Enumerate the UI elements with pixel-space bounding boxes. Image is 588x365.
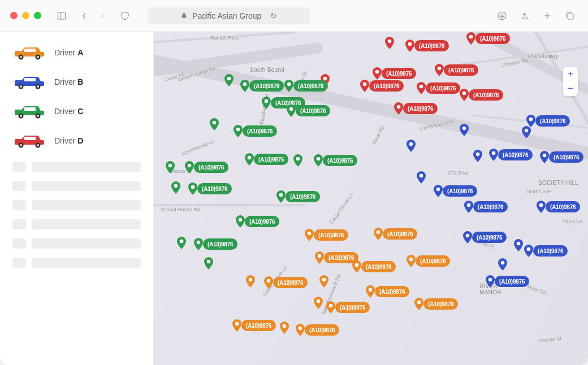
map-marker[interactable]: (A10)9876 xyxy=(394,102,438,115)
marker-label: (A10)9876 xyxy=(444,64,478,76)
zoom-in-button[interactable]: + xyxy=(563,67,578,81)
map-marker[interactable]: (A10)9876 xyxy=(488,149,533,161)
map-marker[interactable]: (A10)9876 xyxy=(513,239,524,251)
marker-label: (A10)9876 xyxy=(375,286,409,297)
svg-point-79 xyxy=(436,188,440,192)
driver-row-b[interactable]: Driver B xyxy=(12,73,141,90)
map-marker[interactable]: (A10)9876 xyxy=(433,185,477,197)
map-marker[interactable]: (A10)9876 xyxy=(360,80,404,92)
map-marker[interactable]: (A10)9876 xyxy=(405,40,449,52)
map-marker[interactable]: (A10)9876 xyxy=(286,105,330,117)
map-marker[interactable]: (A10)9876 xyxy=(224,74,234,86)
sidebar-toggle-icon[interactable] xyxy=(54,8,70,24)
shield-icon[interactable] xyxy=(117,8,133,24)
map-marker[interactable]: (A10)9876 xyxy=(165,161,175,173)
map-marker[interactable]: (A10)9876 xyxy=(313,297,323,309)
driver-row-c[interactable]: Driver C xyxy=(12,103,141,120)
map-marker[interactable]: (A10)9876 xyxy=(416,171,426,184)
svg-point-28 xyxy=(408,42,412,46)
svg-point-39 xyxy=(287,82,291,86)
map-marker[interactable]: (A10)9876 xyxy=(304,229,348,241)
map-marker[interactable]: (A10)9876 xyxy=(473,150,483,162)
svg-point-80 xyxy=(467,203,471,207)
svg-point-65 xyxy=(317,299,321,303)
tabs-icon[interactable] xyxy=(562,8,578,24)
pin-icon xyxy=(416,82,426,94)
download-icon[interactable] xyxy=(494,8,510,24)
map-marker[interactable]: (A10)9876 xyxy=(536,201,580,213)
close-button[interactable] xyxy=(10,12,18,19)
share-icon[interactable] xyxy=(517,8,533,24)
map-marker[interactable]: (A10)9876 xyxy=(263,276,308,289)
map-marker[interactable]: (A10)9876 xyxy=(188,182,232,195)
map-marker[interactable]: (A10)9876 xyxy=(524,245,568,257)
map-marker[interactable]: (A10)9876 xyxy=(466,32,510,45)
map-marker[interactable]: (A10)9876 xyxy=(313,154,357,167)
map-marker[interactable]: (A10)9876 xyxy=(193,238,237,250)
map-marker[interactable]: (A10)9876 xyxy=(406,140,416,152)
marker-label: (A10)9876 xyxy=(469,89,503,101)
reload-icon[interactable]: ↻ xyxy=(270,11,277,20)
map-marker[interactable]: (A10)9876 xyxy=(406,255,450,267)
address-bar[interactable]: Pacific Asian Group ↻ xyxy=(148,7,310,24)
map-marker[interactable]: (A10)9876 xyxy=(539,151,583,163)
map-marker[interactable]: (A10)9876 xyxy=(319,275,329,288)
map-marker[interactable]: (A10)9876 xyxy=(284,80,328,92)
map-marker[interactable]: (A10)9876 xyxy=(209,118,219,131)
maximize-button[interactable] xyxy=(34,12,41,19)
driver-row-d[interactable]: Driver D xyxy=(12,132,141,149)
map-marker[interactable]: (A10)9876 xyxy=(459,89,503,101)
map-marker[interactable]: (A10)9876 xyxy=(240,80,284,92)
map-marker[interactable]: (A10)9876 xyxy=(464,201,508,213)
forward-button[interactable] xyxy=(94,8,110,24)
pin-icon xyxy=(176,237,187,249)
map-marker[interactable]: (A10)9876 xyxy=(295,324,339,336)
map-marker[interactable]: (A10)9876 xyxy=(184,161,228,173)
map-marker[interactable]: (A10)9876 xyxy=(276,190,320,203)
zoom-out-button[interactable]: − xyxy=(563,81,578,96)
map-marker[interactable]: (A10)9876 xyxy=(365,285,409,298)
map-marker[interactable]: (A10)9876 xyxy=(176,237,187,249)
map-viewport[interactable]: South BoundPiscatawaySOCIETY HILLRIVERMA… xyxy=(154,32,588,365)
pin-icon xyxy=(232,319,242,332)
map-marker[interactable]: (A10)9876 xyxy=(244,153,288,166)
map-marker[interactable]: (A10)9876 xyxy=(384,37,395,49)
marker-label: (A10)9876 xyxy=(495,276,529,287)
map-marker[interactable]: (A10)9876 xyxy=(171,181,181,194)
marker-label: (A10)9876 xyxy=(535,115,570,127)
map-marker[interactable]: (A10)9876 xyxy=(372,67,416,80)
map-marker[interactable]: (A10)9876 xyxy=(233,125,277,137)
map-marker[interactable]: (A10)9876 xyxy=(326,301,370,314)
pin-icon xyxy=(204,257,214,270)
map-marker[interactable]: (A10)9876 xyxy=(414,298,458,310)
map-marker[interactable]: (A10)9876 xyxy=(232,319,276,332)
map-marker[interactable]: (A10)9876 xyxy=(373,228,417,240)
map-marker[interactable]: (A10)9876 xyxy=(279,321,289,334)
driver-row-a[interactable]: Driver A xyxy=(12,44,141,61)
map-marker[interactable]: (A10)9876 xyxy=(521,126,531,138)
svg-point-78 xyxy=(420,174,423,178)
map-marker[interactable]: (A10)9876 xyxy=(293,154,303,167)
map-marker[interactable]: (A10)9876 xyxy=(462,231,507,244)
pin-icon xyxy=(352,260,362,273)
back-button[interactable] xyxy=(76,8,92,24)
marker-label: (A10)9876 xyxy=(403,103,438,114)
map-marker[interactable]: (A10)9876 xyxy=(434,64,478,76)
map-marker[interactable]: (A10)9876 xyxy=(526,115,570,127)
map-marker[interactable]: (A10)9876 xyxy=(235,215,279,228)
map-marker[interactable]: (A10)9876 xyxy=(498,258,508,271)
pin-icon xyxy=(372,67,382,80)
svg-point-61 xyxy=(249,278,253,282)
car-icon xyxy=(12,73,46,90)
map-marker[interactable]: (A10)9876 xyxy=(459,124,469,136)
map-marker[interactable]: (A10)9876 xyxy=(204,257,214,270)
map-marker[interactable]: (A10)9876 xyxy=(485,275,529,288)
minimize-button[interactable] xyxy=(22,12,29,19)
svg-point-41 xyxy=(289,107,293,111)
pin-icon xyxy=(319,275,329,288)
skeleton-list xyxy=(12,162,141,268)
new-tab-icon[interactable] xyxy=(539,8,555,24)
map-marker[interactable]: (A10)9876 xyxy=(245,275,256,288)
map-marker[interactable]: (A10)9876 xyxy=(416,82,460,94)
map-marker[interactable]: (A10)9876 xyxy=(352,260,396,273)
